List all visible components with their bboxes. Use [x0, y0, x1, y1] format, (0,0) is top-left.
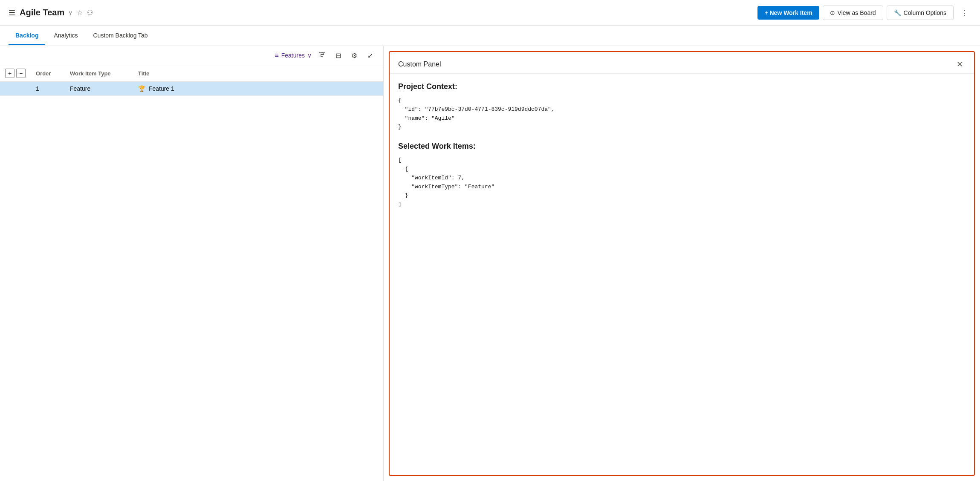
svg-point-3 — [320, 54, 321, 55]
main-layout: ≡ Features ∨ ⊟ ⚙ ⤢ — [0, 46, 980, 481]
row-type: Feature — [65, 82, 133, 96]
row-title: 🏆 Feature 1 — [133, 82, 383, 96]
remove-row-button[interactable]: − — [16, 69, 26, 78]
tab-backlog[interactable]: Backlog — [9, 27, 45, 45]
tabs-bar: Backlog Analytics Custom Backlog Tab — [0, 26, 980, 46]
expand-icon: ⤢ — [367, 52, 373, 60]
team-icon[interactable]: ⚇ — [87, 9, 93, 17]
view-as-board-button[interactable]: ⊙ View as Board — [823, 6, 883, 20]
column-options-button[interactable]: 🔧 Column Options — [887, 6, 954, 20]
column-options-icon: 🔧 — [894, 9, 901, 16]
selected-work-items-json: [ { "workItemId": 7, "workItemType": "Fe… — [398, 156, 966, 209]
panel-pane: Custom Panel ✕ Project Context: { "id": … — [384, 46, 980, 481]
table-header-row: + − Order Work Item Type Title — [0, 65, 383, 82]
filter-button[interactable] — [315, 49, 329, 61]
header-right: + New Work Item ⊙ View as Board 🔧 Column… — [757, 6, 971, 20]
project-context-json: { "id": "77b7e9bc-37d0-4771-839c-919d9dd… — [398, 96, 966, 132]
tab-analytics[interactable]: Analytics — [47, 27, 84, 45]
work-items-table: + − Order Work Item Type Title — [0, 65, 383, 96]
features-chevron-icon: ∨ — [307, 52, 312, 59]
row-controls — [0, 82, 31, 96]
header-left: ☰ Agile Team ∨ ☆ ⚇ — [9, 8, 93, 17]
gear-icon: ⚙ — [351, 52, 357, 60]
svg-point-4 — [323, 52, 324, 54]
new-work-item-button[interactable]: + New Work Item — [757, 6, 819, 20]
star-icon[interactable]: ☆ — [77, 9, 83, 17]
tab-custom-backlog[interactable]: Custom Backlog Tab — [87, 27, 155, 45]
chevron-down-icon[interactable]: ∨ — [69, 10, 72, 16]
selected-work-items-label: Selected Work Items: — [398, 142, 966, 151]
th-type: Work Item Type — [65, 65, 133, 82]
filter-icon — [318, 51, 325, 60]
features-filter-button[interactable]: ≡ Features ∨ — [275, 52, 312, 59]
panel-close-button[interactable]: ✕ — [954, 59, 966, 70]
custom-panel: Custom Panel ✕ Project Context: { "id": … — [389, 51, 975, 476]
backlog-table: + − Order Work Item Type Title — [0, 65, 383, 481]
expand-button[interactable]: ⤢ — [364, 50, 376, 61]
filter-list-icon: ≡ — [275, 52, 278, 59]
toolbar-row: ≡ Features ∨ ⊟ ⚙ ⤢ — [0, 46, 383, 65]
header: ☰ Agile Team ∨ ☆ ⚇ + New Work Item ⊙ Vie… — [0, 0, 980, 26]
project-context-label: Project Context: — [398, 82, 966, 91]
group-icon: ⊟ — [335, 52, 341, 60]
table-row[interactable]: 1 Feature 🏆 Feature 1 — [0, 82, 383, 96]
panel-header: Custom Panel ✕ — [390, 52, 974, 74]
th-title: Title — [133, 65, 383, 82]
panel-title: Custom Panel — [398, 60, 441, 68]
backlog-pane: ≡ Features ∨ ⊟ ⚙ ⤢ — [0, 46, 384, 481]
add-row-button[interactable]: + — [5, 69, 14, 78]
group-button[interactable]: ⊟ — [332, 50, 344, 61]
row-order: 1 — [31, 82, 65, 96]
trophy-icon: 🏆 — [138, 85, 145, 92]
hamburger-icon[interactable]: ☰ — [9, 8, 15, 17]
settings-button[interactable]: ⚙ — [348, 50, 361, 61]
board-icon: ⊙ — [830, 9, 835, 16]
page-title: Agile Team — [20, 8, 64, 17]
panel-content: Project Context: { "id": "77b7e9bc-37d0-… — [390, 74, 974, 475]
th-order: Order — [31, 65, 65, 82]
more-options-button[interactable]: ⋮ — [957, 6, 971, 19]
th-controls: + − — [0, 65, 31, 82]
